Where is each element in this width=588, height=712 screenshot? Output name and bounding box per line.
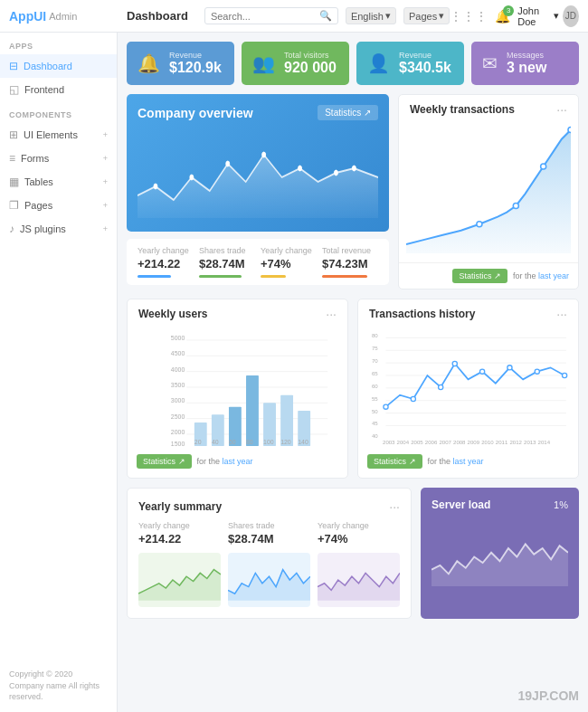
sidebar-item-js-plugins[interactable]: ♪ JS plugins +: [0, 217, 117, 241]
ys-title: Yearly summary: [138, 500, 222, 513]
co-stat-value: +74%: [261, 257, 317, 271]
search-input[interactable]: [211, 11, 319, 22]
user-name: John Doe: [517, 5, 550, 27]
svg-text:2011: 2011: [496, 440, 508, 445]
sidebar-item-label: Frontend: [24, 84, 64, 95]
sidebar-components-label: COMPONENTS: [0, 101, 117, 123]
svg-point-2: [226, 161, 230, 166]
messages-icon: ✉: [482, 52, 498, 74]
th-for-label: for the last year: [428, 457, 484, 466]
sidebar-item-label: Dashboard: [24, 61, 72, 71]
svg-text:4500: 4500: [171, 350, 185, 356]
more-icon[interactable]: ···: [556, 102, 567, 117]
panel-header: Weekly transactions ···: [399, 95, 578, 124]
th-statistics-button[interactable]: Statistics ↗: [367, 454, 422, 469]
ys-stat-label: Yearly change: [138, 521, 221, 530]
weekly-users-chart: 5000 4500 4000 3500 3000 2500 2000 1500: [128, 328, 347, 449]
chevron-right-icon: +: [103, 224, 108, 233]
svg-text:2000: 2000: [171, 429, 185, 435]
svg-text:140: 140: [298, 439, 308, 445]
svg-point-3: [262, 152, 266, 157]
stat-card-messages: ✉ Messages 3 new: [471, 42, 579, 85]
panel-title: Transactions history: [369, 308, 475, 320]
company-overview-panel: Company overview Statistics ↗: [127, 94, 389, 232]
language-button[interactable]: English ▾: [346, 7, 396, 24]
ys-header: Yearly summary ···: [138, 499, 400, 514]
stat-label: Revenue: [169, 51, 222, 60]
svg-text:3000: 3000: [171, 397, 185, 403]
sidebar-item-forms[interactable]: ≡ Forms +: [0, 147, 117, 170]
ys-stat-value: +74%: [318, 532, 400, 546]
sidebar-item-label: Tables: [24, 176, 53, 187]
stat-card-revenue1: 🔔 Revenue $120.9k: [127, 42, 234, 85]
company-overview-chart: [138, 128, 378, 218]
logo-ui: UI: [33, 9, 46, 24]
more-icon[interactable]: ···: [326, 307, 337, 321]
header-right: ⋮⋮⋮ 🔔 3 John Doe ▾ JD: [450, 5, 579, 27]
svg-point-63: [535, 369, 539, 374]
ys-chart-green: [138, 553, 221, 607]
co-statistics-button[interactable]: Statistics ↗: [318, 105, 378, 120]
svg-text:2007: 2007: [439, 440, 451, 445]
panel-title: Weekly transactions: [410, 103, 515, 116]
co-stat-value: $28.74M: [199, 257, 255, 271]
logo-app: App: [9, 9, 33, 24]
row-overview-transactions: Company overview Statistics ↗: [127, 94, 579, 290]
svg-point-64: [563, 373, 567, 377]
sidebar-item-frontend[interactable]: ◱ Frontend: [0, 78, 117, 101]
th-svg: 80 75 70 65 60 55 50 45 40: [365, 328, 571, 446]
search-box[interactable]: 🔍: [204, 7, 338, 24]
tables-icon: ▦: [9, 176, 19, 188]
co-title: Company overview: [138, 106, 253, 120]
user-menu-button[interactable]: John Doe ▾ JD: [517, 5, 579, 27]
header-middle: Dashboard 🔍 English ▾ Pages ▾: [127, 7, 450, 24]
svg-point-0: [154, 184, 157, 189]
chevron-down-icon: ▾: [385, 10, 391, 22]
more-icon[interactable]: ···: [389, 499, 400, 514]
pages-button[interactable]: Pages ▾: [403, 7, 450, 24]
panel-title: Weekly users: [138, 308, 208, 320]
weekly-transactions-chart: [399, 124, 578, 262]
svg-text:4000: 4000: [171, 365, 185, 372]
sidebar-item-tables[interactable]: ▦ Tables +: [0, 170, 117, 194]
stat-card-info: Revenue $340.5k: [399, 51, 451, 76]
svg-point-9: [541, 164, 546, 169]
server-load-panel: Server load 1%: [421, 488, 579, 619]
ys-stats: Yearly change +214.22 Shares trade $28.7…: [138, 521, 400, 546]
svg-text:5000: 5000: [171, 335, 185, 341]
wt-last-year: last year: [538, 271, 569, 280]
stat-label: Total visitors: [284, 51, 337, 60]
co-stat-3: Total revenue $74.23M: [322, 246, 378, 278]
svg-text:40: 40: [372, 433, 378, 439]
language-label: English: [351, 11, 384, 22]
notification-button[interactable]: 🔔 3: [495, 9, 510, 24]
svg-point-59: [439, 384, 443, 389]
sidebar-item-pages[interactable]: ❐ Pages +: [0, 194, 117, 217]
more-icon[interactable]: ···: [556, 307, 567, 321]
svg-point-4: [299, 166, 302, 171]
chevron-right-icon: +: [103, 130, 108, 139]
svg-text:2008: 2008: [453, 440, 466, 445]
svg-text:2010: 2010: [481, 440, 494, 445]
stat-value: 3 new: [507, 60, 546, 76]
wt-svg: [406, 124, 571, 255]
notification-badge: 3: [503, 5, 514, 16]
svg-point-1: [190, 175, 194, 180]
co-stat-label: Total revenue: [322, 246, 378, 255]
sidebar-item-label: Pages: [24, 200, 52, 211]
revenue2-icon: 👤: [367, 52, 390, 74]
sidebar: APPS ⊟ Dashboard ◱ Frontend COMPONENTS ⊞…: [0, 33, 118, 712]
avatar: JD: [563, 5, 579, 27]
chevron-right-icon: +: [103, 154, 108, 163]
grid-icon[interactable]: ⋮⋮⋮: [450, 9, 488, 24]
co-stat-value: $74.23M: [322, 257, 378, 271]
wt-statistics-button[interactable]: Statistics ↗: [452, 269, 507, 283]
sidebar-item-dashboard[interactable]: ⊟ Dashboard: [0, 54, 117, 78]
svg-point-61: [480, 369, 485, 374]
company-overview-wrapper: Company overview Statistics ↗: [127, 94, 389, 290]
sidebar-item-label: Forms: [21, 153, 49, 164]
wu-statistics-button[interactable]: Statistics ↗: [137, 454, 192, 469]
sidebar-item-ui-elements[interactable]: ⊞ UI Elements +: [0, 123, 117, 147]
svg-point-8: [513, 203, 518, 208]
svg-text:20: 20: [194, 439, 202, 445]
